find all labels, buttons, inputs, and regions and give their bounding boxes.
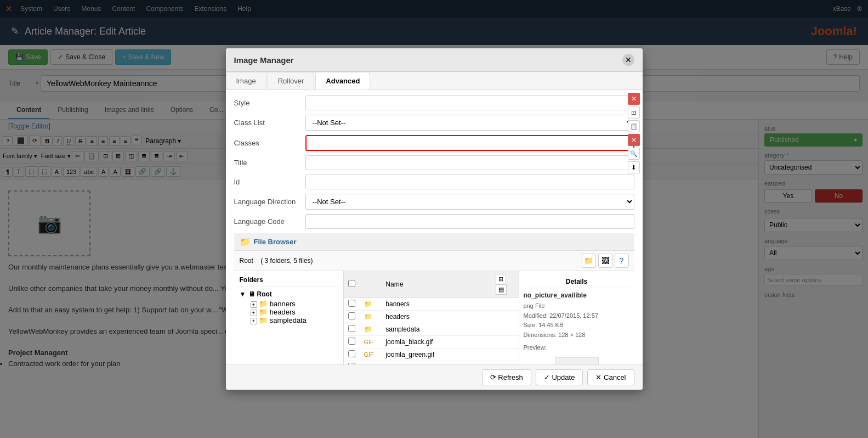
filename-sampledata[interactable]: sampledata bbox=[381, 323, 491, 336]
filename-gif2[interactable]: joomla_green.gif bbox=[381, 349, 491, 361]
file-browser-title: File Browser bbox=[254, 238, 297, 246]
modal-body: Style Class List --Not Set-- Classes Tit… bbox=[226, 90, 643, 364]
folder-root[interactable]: ▼ 🖥 Root bbox=[237, 289, 341, 300]
update-button[interactable]: ✓ Update bbox=[536, 369, 583, 385]
folder-banners[interactable]: + 📁 banners bbox=[237, 300, 341, 308]
title-field-label: Title bbox=[234, 159, 305, 167]
style-row: Style bbox=[234, 96, 634, 110]
modal-title: Image Manager bbox=[234, 55, 294, 65]
folder-icon-sampledata: 📁 bbox=[259, 316, 268, 324]
filename-gif1[interactable]: joomla_black.gif bbox=[381, 336, 491, 349]
col-icon bbox=[360, 271, 382, 298]
col-actions: ⊞ ▤ bbox=[491, 271, 519, 298]
lang-dir-row: Language Direction --Not Set-- bbox=[234, 194, 634, 210]
modal-tab-rollover[interactable]: Rollover bbox=[268, 72, 315, 89]
folder-sampledata[interactable]: + 📁 sampledata bbox=[237, 316, 341, 324]
style-input[interactable] bbox=[305, 96, 634, 110]
title-field-input[interactable] bbox=[305, 155, 634, 170]
checkbox-headers[interactable] bbox=[348, 312, 355, 319]
detail-modified: Modified: 22/07/2015, 12:57 bbox=[524, 311, 630, 321]
lang-dir-select[interactable]: --Not Set-- bbox=[305, 194, 634, 210]
classes-input[interactable] bbox=[305, 135, 634, 151]
id-input[interactable] bbox=[305, 175, 634, 189]
col-action-btn2[interactable]: ▤ bbox=[496, 284, 507, 295]
folder-expand-banners[interactable]: + bbox=[251, 301, 257, 308]
filename-banners[interactable]: banners bbox=[381, 298, 491, 311]
new-folder-button[interactable]: 📁 bbox=[582, 254, 596, 268]
classlist-select[interactable]: --Not Set-- bbox=[305, 115, 634, 131]
modal-header: Image Manager ✕ bbox=[226, 48, 643, 72]
preview-image bbox=[555, 357, 599, 364]
detail-size: Size: 14.45 KB bbox=[524, 321, 630, 330]
folder-headers[interactable]: + 📁 headers bbox=[237, 308, 341, 316]
root-folder-icon: 🖥 bbox=[248, 290, 255, 298]
col-checkbox bbox=[344, 271, 360, 298]
col-name-header: Name bbox=[381, 271, 491, 298]
file-row-banners[interactable]: 📁 banners bbox=[344, 298, 519, 311]
jpg-icon: JPG bbox=[364, 364, 376, 364]
gif-icon-1: GIF bbox=[364, 339, 374, 345]
file-row-sampledata[interactable]: 📁 sampledata bbox=[344, 323, 519, 336]
folder-icon-blue: 📁 bbox=[240, 237, 251, 247]
detail-filetype: png File bbox=[524, 301, 630, 311]
col-action-btn1[interactable]: ⊞ bbox=[496, 274, 506, 284]
checkbox-sampledata[interactable] bbox=[348, 325, 355, 332]
modal-tabs: Image Rollover Advanced bbox=[226, 72, 643, 90]
folder-expand-icon[interactable]: ▼ bbox=[240, 290, 246, 298]
folder-label-banners: banners bbox=[270, 300, 296, 308]
folder-icon-file-banners: 📁 bbox=[364, 300, 372, 308]
files-table: Name ⊞ ▤ 📁 banners bbox=[344, 271, 519, 364]
file-browser-header: 📁 File Browser bbox=[234, 233, 634, 251]
folder-icon-banners: 📁 bbox=[259, 300, 268, 308]
lang-code-input[interactable] bbox=[305, 214, 634, 229]
folder-label-headers: headers bbox=[270, 308, 296, 316]
checkbox-gif2[interactable] bbox=[348, 350, 355, 357]
root-info: ( 3 folders, 5 files) bbox=[260, 257, 313, 265]
lang-code-row: Language Code bbox=[234, 214, 634, 229]
filename-headers[interactable]: headers bbox=[381, 311, 491, 323]
checkbox-banners[interactable] bbox=[348, 300, 355, 307]
modal-footer: ⟳ Refresh ✓ Update ✕ Cancel bbox=[226, 364, 643, 390]
gif-icon-2: GIF bbox=[364, 351, 374, 358]
modal-close-button[interactable]: ✕ bbox=[622, 54, 634, 66]
folder-icon-file-sampledata: 📁 bbox=[364, 325, 372, 333]
details-panel: Details no_picture_availible png File Mo… bbox=[519, 271, 634, 364]
modal-tab-image[interactable]: Image bbox=[226, 72, 266, 89]
classlist-label: Class List bbox=[234, 119, 305, 127]
folders-panel: Folders ▼ 🖥 Root + 📁 banners + 📁 h bbox=[234, 271, 344, 364]
refresh-button[interactable]: ⟳ Refresh bbox=[482, 369, 531, 385]
thumbnail-view-button[interactable]: 🖼 bbox=[598, 254, 612, 268]
x-icon: ✕ bbox=[595, 373, 602, 381]
title-field-row: Title bbox=[234, 155, 634, 170]
files-panel: Name ⊞ ▤ 📁 banners bbox=[344, 271, 519, 364]
filename-jpg[interactable]: joomla_logo_black.jpg bbox=[381, 361, 491, 365]
file-browser-path: Root ( 3 folders, 5 files) 📁 🖼 ? bbox=[234, 251, 634, 271]
file-row-headers[interactable]: 📁 headers bbox=[344, 311, 519, 323]
help-icon-button[interactable]: ? bbox=[615, 254, 629, 268]
classlist-row: Class List --Not Set-- bbox=[234, 115, 634, 131]
refresh-icon: ⟳ bbox=[490, 373, 496, 381]
lang-dir-label: Language Direction bbox=[234, 198, 305, 206]
file-browser-icons: 📁 🖼 ? bbox=[582, 254, 629, 268]
cancel-button[interactable]: ✕ Cancel bbox=[587, 369, 634, 385]
folder-icon-headers: 📁 bbox=[259, 308, 268, 316]
classes-label: Classes bbox=[234, 139, 305, 147]
checkmark-update-icon: ✓ bbox=[544, 373, 550, 381]
modal-dialog: Image Manager ✕ Image Rollover Advanced … bbox=[226, 48, 643, 390]
file-row-gif2[interactable]: GIF joomla_green.gif bbox=[344, 349, 519, 361]
detail-filename: no_picture_availible bbox=[524, 291, 630, 299]
select-all-checkbox[interactable] bbox=[348, 280, 355, 287]
checkbox-gif1[interactable] bbox=[348, 338, 355, 345]
checkbox-jpg[interactable] bbox=[348, 363, 355, 364]
folder-expand-sampledata[interactable]: + bbox=[251, 318, 257, 324]
modal-tab-advanced[interactable]: Advanced bbox=[315, 72, 370, 89]
file-row-jpg[interactable]: JPG joomla_logo_black.jpg bbox=[344, 361, 519, 365]
detail-dimensions: Dimensions: 128 × 128 bbox=[524, 330, 630, 340]
folder-expand-headers[interactable]: + bbox=[251, 310, 257, 316]
folder-icon-file-headers: 📁 bbox=[364, 313, 372, 321]
root-path-text: Root ( 3 folders, 5 files) bbox=[240, 257, 313, 265]
file-row-gif1[interactable]: GIF joomla_black.gif bbox=[344, 336, 519, 349]
file-browser-body: Folders ▼ 🖥 Root + 📁 banners + 📁 h bbox=[234, 271, 634, 364]
detail-preview-label: Preview: bbox=[524, 343, 630, 353]
lang-code-label: Language Code bbox=[234, 217, 305, 226]
